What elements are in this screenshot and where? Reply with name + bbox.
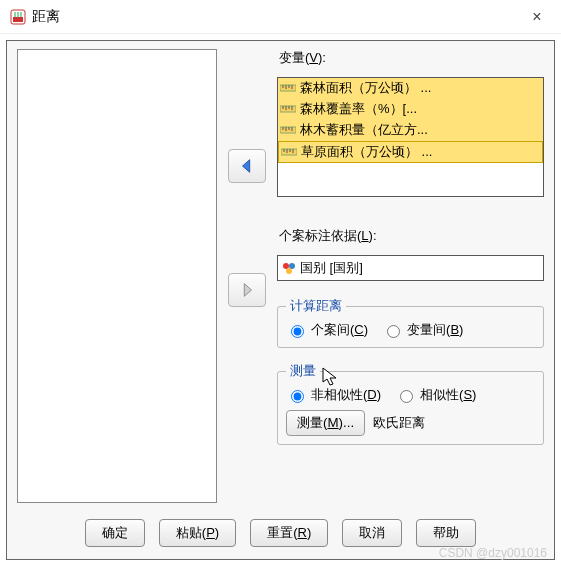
paste-button[interactable]: 粘贴(P)	[159, 519, 236, 547]
list-item-label: 森林面积（万公顷） ...	[300, 79, 431, 97]
radio-similarity[interactable]: 相似性(S)	[395, 386, 476, 404]
svg-rect-1	[13, 17, 23, 22]
measure-method: 欧氏距离	[373, 414, 425, 432]
list-item[interactable]: 森林面积（万公顷） ...	[278, 78, 543, 99]
ok-button[interactable]: 确定	[85, 519, 145, 547]
move-button-column	[225, 49, 269, 509]
move-left-button[interactable]	[228, 149, 266, 183]
svg-rect-5	[280, 85, 296, 91]
measure-button[interactable]: 测量(M)...	[286, 410, 365, 436]
svg-rect-15	[280, 127, 296, 133]
case-label-label: 个案标注依据(L):	[279, 227, 544, 245]
help-button[interactable]: 帮助	[416, 519, 476, 547]
svg-rect-10	[280, 106, 296, 112]
button-bar: 确定 粘贴(P) 重置(R) 取消 帮助	[17, 509, 544, 549]
window-title: 距离	[32, 8, 523, 26]
radio-between-cases[interactable]: 个案间(C)	[286, 321, 368, 339]
list-item[interactable]: 草原面积（万公顷） ...	[278, 141, 543, 163]
title-bar: 距离 ×	[0, 0, 561, 34]
compute-distance-group: 计算距离 个案间(C) 变量间(B)	[277, 297, 544, 348]
right-column: 变量(V): 森林面积（万公顷） ... 森林覆盖率（%）[... 林木蓄积量（…	[277, 49, 544, 509]
upper-area: 变量(V): 森林面积（万公顷） ... 森林覆盖率（%）[... 林木蓄积量（…	[17, 49, 544, 509]
list-item-label: 林木蓄积量（亿立方...	[300, 121, 428, 139]
reset-button[interactable]: 重置(R)	[250, 519, 328, 547]
scale-icon	[280, 123, 296, 137]
source-variable-list[interactable]	[17, 49, 217, 503]
list-item[interactable]: 森林覆盖率（%）[...	[278, 99, 543, 120]
measure-group: 测量 非相似性(D) 相似性(S) 测量(M)... 欧氏距离	[277, 362, 544, 445]
scale-icon	[280, 81, 296, 95]
scale-icon	[280, 102, 296, 116]
cancel-button[interactable]: 取消	[342, 519, 402, 547]
list-item-label: 森林覆盖率（%）[...	[300, 100, 417, 118]
list-item[interactable]: 林木蓄积量（亿立方...	[278, 120, 543, 141]
case-label-value: 国别 [国别]	[300, 259, 363, 277]
compute-legend: 计算距离	[286, 297, 346, 315]
svg-point-27	[286, 268, 292, 274]
dialog-body: 变量(V): 森林面积（万公顷） ... 森林覆盖率（%）[... 林木蓄积量（…	[6, 40, 555, 560]
move-case-button[interactable]	[228, 273, 266, 307]
scale-icon	[281, 145, 297, 159]
svg-rect-20	[281, 149, 297, 155]
radio-between-vars[interactable]: 变量间(B)	[382, 321, 463, 339]
radio-dissimilarity[interactable]: 非相似性(D)	[286, 386, 381, 404]
list-item-label: 草原面积（万公顷） ...	[301, 143, 432, 161]
measure-legend: 测量	[286, 362, 320, 380]
close-button[interactable]: ×	[523, 8, 551, 26]
case-label-field[interactable]: 国别 [国别]	[277, 255, 544, 281]
selected-variables-list[interactable]: 森林面积（万公顷） ... 森林覆盖率（%）[... 林木蓄积量（亿立方... …	[277, 77, 544, 197]
variables-label: 变量(V):	[279, 49, 544, 67]
nominal-icon	[281, 260, 297, 276]
svg-point-25	[283, 263, 289, 269]
app-icon	[10, 9, 26, 25]
svg-point-26	[289, 263, 295, 269]
